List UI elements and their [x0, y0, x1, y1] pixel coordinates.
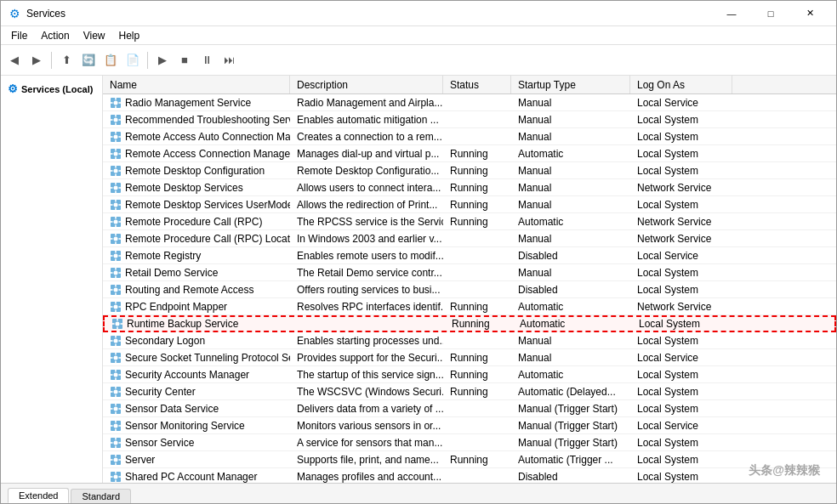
- tab-extended[interactable]: Extended: [8, 488, 69, 503]
- table-row[interactable]: Runtime Backup Service Running Automatic…: [103, 315, 836, 332]
- cell-name: Recommended Troubleshooting Service: [103, 111, 290, 127]
- menu-file[interactable]: File: [4, 28, 34, 43]
- svg-rect-27: [115, 173, 117, 176]
- table-row[interactable]: Remote Procedure Call (RPC) Locator In W…: [103, 230, 836, 247]
- table-row[interactable]: Remote Access Connection Manager Manages…: [103, 145, 836, 162]
- stop-service-button[interactable]: ■: [174, 50, 195, 71]
- table-row[interactable]: Remote Desktop Services Allows users to …: [103, 179, 836, 196]
- service-name: Secure Socket Tunneling Protocol Serv...: [125, 352, 290, 364]
- col-name[interactable]: Name: [103, 76, 290, 93]
- service-icon: [110, 454, 122, 466]
- refresh-button[interactable]: 🔄: [78, 50, 99, 71]
- table-row[interactable]: Sensor Monitoring Service Monitors vario…: [103, 417, 836, 434]
- new-button[interactable]: 📄: [122, 50, 143, 71]
- back-button[interactable]: ◀: [4, 50, 25, 71]
- table-row[interactable]: Sensor Data Service Delivers data from a…: [103, 400, 836, 417]
- cell-status: [443, 94, 511, 110]
- properties-button[interactable]: 📋: [100, 50, 121, 71]
- svg-rect-39: [115, 207, 117, 210]
- table-row[interactable]: Remote Access Auto Connection Man... Cre…: [103, 128, 836, 145]
- table-body[interactable]: Radio Management Service Radio Managemen…: [103, 94, 836, 483]
- forward-button[interactable]: ▶: [26, 50, 47, 71]
- svg-point-115: [114, 423, 118, 428]
- col-status[interactable]: Status: [443, 76, 511, 93]
- table-row[interactable]: Security Center The WSCSVC (Windows Secu…: [103, 383, 836, 400]
- svg-rect-64: [111, 272, 113, 274]
- left-panel-title: ⚙ Services (Local): [4, 79, 99, 99]
- cell-desc: A service for sensors that man...: [290, 434, 443, 450]
- svg-rect-76: [111, 306, 113, 308]
- service-icon: [111, 318, 123, 330]
- col-logon[interactable]: Log On As: [630, 76, 732, 93]
- left-panel: ⚙ Services (Local): [1, 76, 103, 483]
- close-button[interactable]: ✕: [790, 1, 829, 26]
- cell-status: Running: [443, 213, 511, 229]
- cell-status: Running: [443, 366, 511, 382]
- table-row[interactable]: Retail Demo Service The Retail Demo serv…: [103, 264, 836, 281]
- svg-point-19: [114, 151, 118, 156]
- svg-rect-130: [111, 459, 113, 461]
- svg-rect-70: [111, 289, 113, 291]
- cell-logon: Local System: [632, 317, 734, 331]
- up-button[interactable]: ⬆: [56, 50, 77, 71]
- cell-startup: Manual: [511, 128, 630, 144]
- table-row[interactable]: Secondary Logon Enables starting process…: [103, 332, 836, 349]
- table-row[interactable]: Remote Desktop Configuration Remote Desk…: [103, 162, 836, 179]
- cell-desc: The WSCSVC (Windows Securi...: [290, 383, 443, 399]
- cell-startup: Manual: [511, 111, 630, 127]
- cell-status: [443, 128, 511, 144]
- minimize-button[interactable]: —: [712, 1, 751, 26]
- service-name: Shared PC Account Manager: [125, 471, 257, 483]
- svg-rect-40: [111, 204, 113, 206]
- cell-name: Sensor Monitoring Service: [103, 417, 290, 433]
- svg-rect-33: [115, 190, 117, 193]
- maximize-button[interactable]: □: [751, 1, 790, 26]
- table-row[interactable]: Server Supports file, print, and name...…: [103, 451, 836, 468]
- col-description[interactable]: Description: [290, 76, 443, 93]
- table-row[interactable]: Remote Registry Enables remote users to …: [103, 247, 836, 264]
- svg-rect-74: [115, 302, 117, 304]
- table-row[interactable]: Routing and Remote Access Offers routing…: [103, 281, 836, 298]
- svg-point-103: [114, 389, 118, 394]
- table-row[interactable]: Security Accounts Manager The startup of…: [103, 366, 836, 383]
- cell-name: Security Accounts Manager: [103, 366, 290, 382]
- table-row[interactable]: Remote Desktop Services UserMode P... Al…: [103, 196, 836, 213]
- menu-action[interactable]: Action: [34, 28, 76, 43]
- table-row[interactable]: Shared PC Account Manager Manages profil…: [103, 468, 836, 483]
- window-controls: — □ ✕: [712, 1, 829, 26]
- cell-startup: Automatic: [511, 213, 630, 229]
- svg-rect-63: [115, 275, 117, 278]
- svg-rect-87: [115, 343, 117, 346]
- svg-rect-119: [119, 425, 122, 427]
- menu-help[interactable]: Help: [112, 28, 147, 43]
- table-row[interactable]: Radio Management Service Radio Managemen…: [103, 94, 836, 111]
- svg-rect-135: [115, 479, 117, 482]
- service-name: Routing and Remote Access: [125, 284, 253, 296]
- svg-rect-93: [115, 360, 117, 363]
- restart-service-button[interactable]: ⏭: [219, 50, 239, 71]
- cell-logon: Network Service: [630, 298, 732, 314]
- service-icon: [110, 403, 122, 415]
- tab-standard[interactable]: Standard: [71, 489, 131, 503]
- menu-view[interactable]: View: [77, 28, 112, 43]
- table-row[interactable]: RPC Endpoint Mapper Resolves RPC interfa…: [103, 298, 836, 315]
- cell-status: [443, 111, 511, 127]
- pause-service-button[interactable]: ⏸: [196, 50, 217, 71]
- cell-logon: Local System: [630, 162, 732, 178]
- table-row[interactable]: Secure Socket Tunneling Protocol Serv...…: [103, 349, 836, 366]
- service-icon: [110, 148, 122, 160]
- table-row[interactable]: Sensor Service A service for sensors tha…: [103, 434, 836, 451]
- svg-rect-113: [119, 408, 122, 410]
- cell-startup: Disabled: [511, 468, 630, 483]
- svg-point-109: [114, 406, 118, 411]
- cell-desc: Remote Desktop Configuratio...: [290, 162, 443, 178]
- cell-name: Sensor Service: [103, 434, 290, 450]
- table-row[interactable]: Remote Procedure Call (RPC) The RPCSS se…: [103, 213, 836, 230]
- start-service-button[interactable]: ▶: [152, 50, 173, 71]
- table-row[interactable]: Recommended Troubleshooting Service Enab…: [103, 111, 836, 128]
- svg-rect-136: [111, 476, 113, 478]
- cell-name: Retail Demo Service: [103, 264, 290, 280]
- cell-startup: Automatic (Trigger ...: [511, 451, 630, 467]
- svg-rect-5: [119, 102, 122, 104]
- col-startup[interactable]: Startup Type: [511, 76, 630, 93]
